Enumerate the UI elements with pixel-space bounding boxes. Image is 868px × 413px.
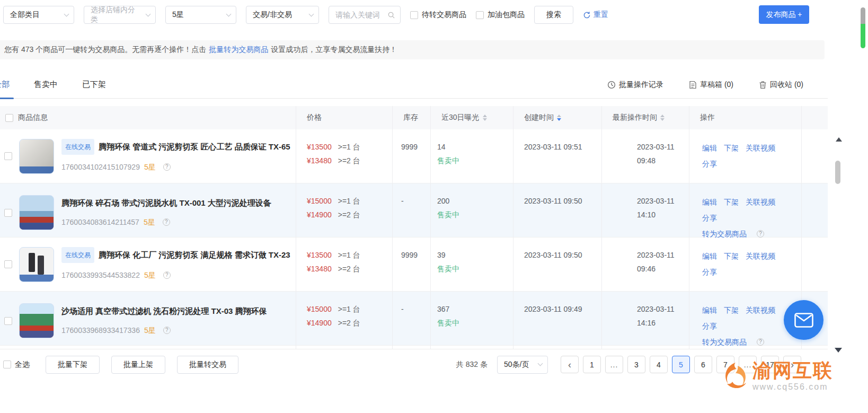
trash-icon	[759, 81, 767, 89]
select-all-label: 全选	[15, 360, 30, 370]
off-shelf-link[interactable]: 下架	[724, 198, 739, 206]
link-video-link[interactable]: 关联视频	[746, 252, 775, 260]
fuel-pack-label: 加油包商品	[488, 10, 525, 20]
chevron-down-icon	[146, 11, 151, 16]
link-video-link[interactable]: 关联视频	[746, 198, 775, 206]
keyword-input[interactable]	[335, 11, 386, 19]
page-button-1[interactable]: 1	[583, 356, 601, 373]
batch-off-shelf-button[interactable]: 批量下架	[46, 356, 100, 374]
select-all-group[interactable]: 全选	[3, 360, 30, 370]
product-list-card: 全部 售卖中 已下架 批量操作记录 草稿箱 (0) 回收站 (0)	[0, 71, 828, 346]
header-updated-label: 最新操作时间	[613, 113, 657, 122]
exposure-cell: 39 售卖中	[430, 238, 513, 291]
batch-on-shelf-button[interactable]: 批量上架	[111, 356, 165, 374]
search-button[interactable]: 搜索	[534, 6, 573, 24]
star-select[interactable]: 5星	[165, 6, 236, 24]
help-icon[interactable]	[163, 271, 171, 279]
exposure-cell: 367 售卖中	[430, 292, 513, 350]
page-scrollbar[interactable]	[861, 7, 865, 48]
stock-cell: -	[392, 292, 430, 350]
category-select-value: 全部类目	[10, 10, 40, 20]
batch-convert-trade-button[interactable]: 批量转交易	[177, 356, 238, 374]
reset-button[interactable]: 重置	[583, 10, 608, 20]
table-tools: 批量操作记录 草稿箱 (0) 回收站 (0)	[607, 80, 828, 90]
select-all-checkbox[interactable]	[5, 114, 13, 122]
help-icon[interactable]	[163, 327, 171, 334]
row-checkbox[interactable]	[4, 317, 12, 325]
price-tier-1-condition: >=1 台	[338, 140, 360, 154]
tab-all[interactable]: 全部	[0, 71, 10, 99]
tab-off-shelf[interactable]: 已下架	[82, 71, 106, 99]
batch-log-button[interactable]: 批量操作记录	[607, 80, 663, 90]
share-link[interactable]: 分享	[702, 322, 717, 330]
page-size-select[interactable]: 50条/页	[497, 356, 548, 374]
drafts-button[interactable]: 草稿箱 (0)	[689, 80, 733, 90]
table-scrollbar-thumb[interactable]	[835, 161, 840, 184]
page-button-5-active[interactable]: 5	[672, 356, 690, 373]
edit-link[interactable]: 编辑	[702, 198, 717, 206]
price-cell: ¥15000>=1 台 ¥14900>=2 台	[296, 183, 392, 242]
share-link[interactable]: 分享	[702, 160, 717, 168]
select-all-checkbox[interactable]	[3, 361, 11, 368]
price-cell: ¥15000>=1 台 ¥14900>=2 台	[296, 292, 392, 350]
shop-category-select[interactable]: 选择店铺内分类	[84, 6, 156, 24]
recycle-bin-button[interactable]: 回收站 (0)	[759, 80, 803, 90]
row-checkbox[interactable]	[4, 260, 12, 268]
edit-link[interactable]: 编辑	[702, 252, 717, 260]
keyword-search-box	[329, 6, 401, 24]
product-image[interactable]	[19, 247, 54, 282]
ellipsis-left[interactable]: ...	[605, 356, 623, 373]
header-info: 商品信息	[18, 106, 296, 129]
table-scroll-down-arrow[interactable]	[835, 348, 842, 353]
help-icon[interactable]	[757, 230, 764, 238]
category-select[interactable]: 全部类目	[3, 6, 74, 24]
product-image[interactable]	[19, 195, 54, 230]
page-size-value: 50条/页	[504, 360, 529, 370]
row-checkbox[interactable]	[4, 209, 12, 217]
off-shelf-link[interactable]: 下架	[724, 306, 739, 314]
publish-product-button[interactable]: 发布商品 +	[759, 5, 809, 24]
batch-convert-link[interactable]: 批量转为交易商品	[209, 45, 268, 55]
sort-exposure[interactable]	[483, 115, 487, 121]
page-button-6[interactable]: 6	[694, 356, 712, 373]
off-shelf-link[interactable]: 下架	[724, 144, 739, 152]
product-title[interactable]: 腾翔环保 碎石场 带式污泥脱水机 TX-001 大型污泥处理设备	[61, 196, 271, 210]
link-video-link[interactable]: 关联视频	[746, 306, 775, 314]
tab-selling[interactable]: 售卖中	[34, 71, 58, 99]
product-info-cell: 沙场适用 真空带式过滤机 洗石粉污泥处理 TX-03 腾翔环保 17600339…	[18, 292, 296, 350]
edit-link[interactable]: 编辑	[702, 306, 717, 314]
table-scroll-up-arrow[interactable]	[836, 137, 842, 142]
pending-trade-checkbox-group[interactable]: 待转交易商品	[410, 10, 466, 20]
header-ops: 操作	[689, 106, 801, 129]
help-icon[interactable]	[163, 218, 170, 226]
link-video-link[interactable]: 关联视频	[746, 144, 775, 152]
pending-trade-checkbox[interactable]	[410, 11, 418, 19]
table-header: 商品信息 价格 库存 近30日曝光 创建时间 最新操作时间 操作	[0, 106, 828, 129]
product-title[interactable]: 腾翔环保 管道式 污泥剪切泵 匠心工艺 品质保证 TX-65	[99, 140, 290, 154]
convert-to-trade-link[interactable]: 转为交易商品	[702, 334, 747, 350]
sort-updated[interactable]	[660, 115, 665, 121]
trade-type-select[interactable]: 交易/非交易	[246, 6, 319, 24]
page-button-4[interactable]: 4	[650, 356, 668, 373]
edit-link[interactable]: 编辑	[702, 144, 717, 152]
notice-banner: 您有 473 个商品可一键转为交易商品。无需再逐个操作！点击 批量转为交易商品 …	[0, 40, 825, 59]
product-title[interactable]: 沙场适用 真空带式过滤机 洗石粉污泥处理 TX-03 腾翔环保	[61, 304, 267, 318]
stock-cell: -	[392, 183, 430, 242]
fuel-pack-checkbox[interactable]	[476, 11, 484, 19]
product-title[interactable]: 腾翔环保 化工厂 污泥剪切泵 满足规格 需求订做 TX-23	[99, 248, 290, 262]
product-id: 1760033993544533822	[61, 268, 140, 282]
status-badge: 售卖中	[437, 316, 513, 330]
share-link[interactable]: 分享	[702, 214, 717, 222]
prev-page-button[interactable]: ‹	[561, 356, 579, 373]
product-image[interactable]	[19, 303, 54, 338]
product-image[interactable]	[19, 139, 54, 174]
row-checkbox[interactable]	[4, 152, 12, 160]
help-icon[interactable]	[163, 163, 171, 171]
help-icon[interactable]	[757, 338, 764, 346]
off-shelf-link[interactable]: 下架	[724, 252, 739, 260]
page-button-3[interactable]: 3	[627, 356, 645, 373]
fuel-pack-checkbox-group[interactable]: 加油包商品	[476, 10, 525, 20]
sort-created[interactable]	[557, 115, 561, 121]
chat-message-button[interactable]	[784, 300, 823, 340]
share-link[interactable]: 分享	[702, 268, 717, 276]
